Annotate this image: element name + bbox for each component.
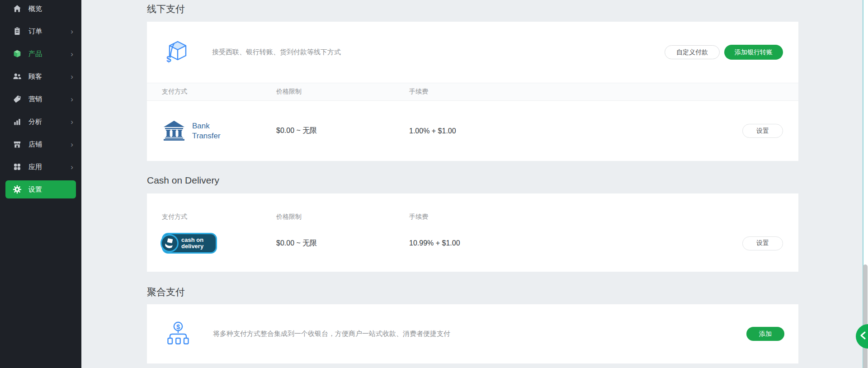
bar-chart-icon (13, 117, 22, 126)
aggregate-add-button[interactable]: 添加 (746, 327, 784, 341)
sidebar-item-label: 产品 (28, 50, 42, 58)
bank-icon (162, 120, 186, 142)
storefront-icon (13, 140, 22, 149)
column-fee: 手续费 (409, 213, 728, 221)
bank-transfer-label: Bank Transfer (192, 121, 234, 141)
apps-grid-icon (13, 162, 22, 171)
sidebar-item-label: 设置 (28, 185, 42, 194)
orders-icon (13, 27, 22, 36)
products-cube-icon (13, 49, 22, 58)
sidebar-item-analytics[interactable]: 分析 › (0, 110, 81, 133)
sidebar-item-label: 应用 (28, 163, 42, 171)
chevron-right-icon: › (71, 163, 73, 171)
chevron-right-icon: › (71, 28, 73, 35)
home-icon (13, 4, 22, 13)
cod-badge-text: cash on delivery (181, 237, 203, 250)
svg-text:$: $ (176, 322, 180, 330)
cod-title: Cash on Delivery (147, 175, 798, 186)
marketing-tag-icon (13, 94, 22, 104)
cod-settings-button[interactable]: 设置 (742, 236, 783, 250)
column-price-limit: 价格限制 (276, 88, 409, 96)
bank-transfer-fee: 1.00% + $1.00 (409, 127, 728, 135)
cod-card: 支付方式 价格限制 手续费 cash on delivery (147, 193, 798, 272)
sidebar-item-label: 订单 (28, 27, 42, 36)
bank-transfer-row: Bank Transfer $0.00 ~ 无限 1.00% + $1.00 设… (147, 101, 798, 161)
chevron-right-icon: › (71, 73, 73, 80)
offline-payment-intro: $ 接受西联、银行转账、货到付款等线下方式 自定义付款 添加银行转账 (147, 22, 798, 83)
vertical-scrollbar-thumb[interactable] (863, 264, 868, 368)
chevron-left-icon (860, 331, 866, 342)
sidebar-item-orders[interactable]: 订单 › (0, 20, 81, 42)
column-price-limit: 价格限制 (276, 213, 409, 221)
column-fee: 手续费 (409, 88, 728, 96)
chevron-right-icon: › (71, 118, 73, 126)
chevron-right-icon: › (71, 50, 73, 58)
custom-payment-button[interactable]: 自定义付款 (665, 45, 720, 59)
cash-on-delivery-badge-icon: cash on delivery (162, 233, 217, 254)
bank-transfer-method-cell: Bank Transfer (162, 120, 276, 142)
column-payment-method: 支付方式 (162, 88, 276, 96)
sidebar-item-products[interactable]: 产品 › (0, 42, 81, 65)
sidebar-item-label: 顾客 (28, 72, 42, 81)
cod-fee: 10.99% + $1.00 (409, 239, 728, 247)
collapse-widget-button[interactable] (856, 324, 868, 349)
sidebar-item-label: 营销 (28, 95, 42, 104)
sidebar-item-label: 概览 (28, 5, 42, 13)
aggregate-payment-card: $ 将多种支付方式整合集成到一个收银台，方便商户一站式收款、消费者便捷支付 添加 (147, 304, 798, 363)
customers-icon (13, 72, 22, 81)
gear-icon (13, 185, 22, 194)
package-dollar-icon: $ (165, 39, 190, 66)
cod-method-cell: cash on delivery (162, 233, 276, 254)
sidebar-item-apps[interactable]: 应用 › (0, 156, 81, 178)
sidebar-item-settings[interactable]: 设置 (5, 180, 76, 198)
sidebar-item-label: 店铺 (28, 140, 42, 149)
sidebar-item-label: 分析 (28, 118, 42, 126)
bank-transfer-price-limit: $0.00 ~ 无限 (276, 126, 409, 136)
add-bank-transfer-button[interactable]: 添加银行转账 (724, 45, 783, 60)
column-payment-method: 支付方式 (162, 213, 276, 221)
aggregate-payment-title: 聚合支付 (147, 287, 798, 297)
sidebar-item-overview[interactable]: 概览 (0, 0, 81, 20)
cod-price-limit: $0.00 ~ 无限 (276, 239, 409, 248)
offline-payment-card: $ 接受西联、银行转账、货到付款等线下方式 自定义付款 添加银行转账 支付方式 … (147, 22, 798, 161)
sidebar-item-customers[interactable]: 顾客 › (0, 65, 81, 88)
cod-table-header: 支付方式 价格限制 手续费 (147, 208, 798, 226)
aggregate-network-icon: $ (165, 321, 191, 347)
cod-hand-box-icon (160, 234, 179, 252)
offline-table-header: 支付方式 价格限制 手续费 (147, 83, 798, 101)
cod-row: cash on delivery $0.00 ~ 无限 10.99% + $1.… (147, 226, 798, 260)
sidebar: 概览 订单 › 产品 › 顾客 › 营销 (0, 0, 81, 368)
sidebar-item-marketing[interactable]: 营销 › (0, 88, 81, 110)
bank-transfer-settings-button[interactable]: 设置 (742, 124, 783, 138)
offline-payment-description: 接受西联、银行转账、货到付款等线下方式 (212, 48, 341, 57)
chevron-right-icon: › (71, 95, 73, 103)
sidebar-nav: 概览 订单 › 产品 › 顾客 › 营销 (0, 0, 81, 198)
sidebar-item-store[interactable]: 店铺 › (0, 133, 81, 156)
offline-payment-title: 线下支付 (147, 4, 798, 14)
payment-settings-page: 线下支付 $ 接受西联、银行转账、货到付款等线下方式 自定义付款 添加银行转账 … (147, 0, 798, 363)
svg-text:$: $ (166, 54, 171, 64)
aggregate-payment-description: 将多种支付方式整合集成到一个收银台，方便商户一站式收款、消费者便捷支付 (213, 330, 450, 338)
chevron-right-icon: › (71, 141, 73, 148)
